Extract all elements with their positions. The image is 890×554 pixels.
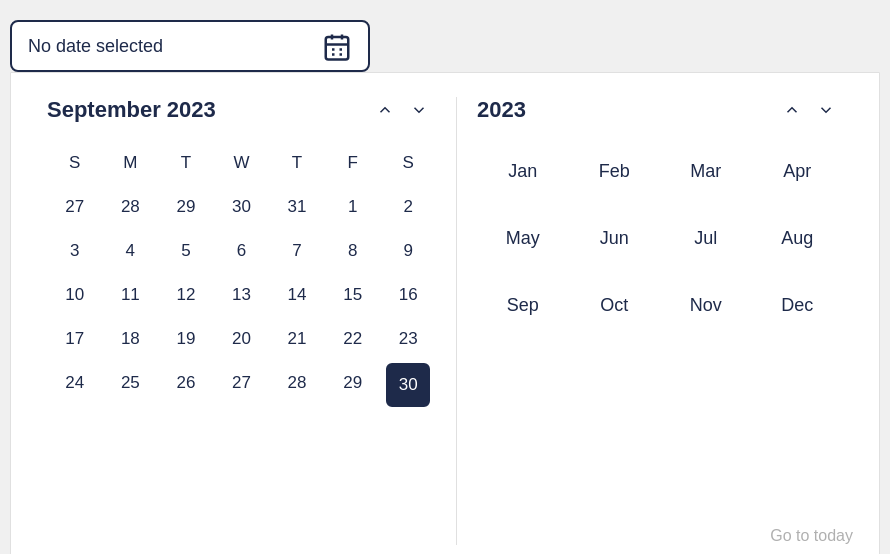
day-cell[interactable]: 22: [325, 319, 381, 359]
day-header-tue: T: [158, 147, 214, 179]
day-cell[interactable]: 7: [269, 231, 325, 271]
day-cell[interactable]: 13: [214, 275, 270, 315]
year-next-btn[interactable]: [809, 97, 843, 123]
month-cell-apr[interactable]: Apr: [752, 153, 844, 190]
day-headers: S M T W T F S: [47, 147, 436, 179]
year-header: 2023: [477, 97, 843, 123]
year-month-section: 2023 JanFebMarAprMayJunJulAugSepOctNovDe…: [457, 97, 863, 545]
day-cell[interactable]: 23: [380, 319, 436, 359]
day-cell[interactable]: 17: [47, 319, 103, 359]
month-cell-mar[interactable]: Mar: [660, 153, 752, 190]
calendar-next-btn[interactable]: [402, 97, 436, 123]
day-cell[interactable]: 20: [214, 319, 270, 359]
calendar-section: September 2023 S M T W T F S 2728293: [27, 97, 457, 545]
go-to-today-button[interactable]: Go to today: [770, 527, 853, 545]
day-header-sat: S: [380, 147, 436, 179]
svg-rect-0: [326, 37, 349, 60]
month-cell-sep[interactable]: Sep: [477, 287, 569, 324]
day-cell[interactable]: 14: [269, 275, 325, 315]
day-cell[interactable]: 8: [325, 231, 381, 271]
day-cell[interactable]: 3: [47, 231, 103, 271]
calendar-title: September 2023: [47, 97, 368, 123]
calendar-header: September 2023: [47, 97, 436, 123]
day-header-fri: F: [325, 147, 381, 179]
day-cell[interactable]: 29: [325, 363, 381, 407]
day-cell[interactable]: 10: [47, 275, 103, 315]
picker-panel: September 2023 S M T W T F S 2728293: [10, 72, 880, 554]
date-input-placeholder: No date selected: [28, 36, 322, 57]
day-cell[interactable]: 28: [103, 187, 159, 227]
date-input-wrapper[interactable]: No date selected: [10, 20, 370, 72]
calendar-prev-btn[interactable]: [368, 97, 402, 123]
year-title: 2023: [477, 97, 775, 123]
month-cell-jan[interactable]: Jan: [477, 153, 569, 190]
month-cell-oct[interactable]: Oct: [569, 287, 661, 324]
day-cell[interactable]: 30: [214, 187, 270, 227]
month-cell-dec[interactable]: Dec: [752, 287, 844, 324]
day-cell[interactable]: 24: [47, 363, 103, 407]
day-cell[interactable]: 27: [47, 187, 103, 227]
day-cell[interactable]: 5: [158, 231, 214, 271]
month-cell-jun[interactable]: Jun: [569, 220, 661, 257]
day-cell[interactable]: 28: [269, 363, 325, 407]
day-cell[interactable]: 21: [269, 319, 325, 359]
day-cell[interactable]: 26: [158, 363, 214, 407]
day-cell[interactable]: 18: [103, 319, 159, 359]
day-cell[interactable]: 12: [158, 275, 214, 315]
calendar-icon[interactable]: [322, 32, 352, 60]
month-cell-jul[interactable]: Jul: [660, 220, 752, 257]
day-header-thu: T: [269, 147, 325, 179]
day-cell[interactable]: 2: [380, 187, 436, 227]
day-cell[interactable]: 31: [269, 187, 325, 227]
day-cell[interactable]: 4: [103, 231, 159, 271]
date-picker-container: No date selected September 2023: [10, 20, 880, 554]
day-cell[interactable]: 16: [380, 275, 436, 315]
day-cell[interactable]: 25: [103, 363, 159, 407]
day-header-mon: M: [103, 147, 159, 179]
day-cell[interactable]: 30: [386, 363, 430, 407]
month-cell-feb[interactable]: Feb: [569, 153, 661, 190]
days-grid: 2728293031123456789101112131415161718192…: [47, 187, 436, 407]
day-cell[interactable]: 6: [214, 231, 270, 271]
day-cell[interactable]: 29: [158, 187, 214, 227]
day-cell[interactable]: 27: [214, 363, 270, 407]
day-cell[interactable]: 9: [380, 231, 436, 271]
day-cell[interactable]: 11: [103, 275, 159, 315]
day-cell[interactable]: 15: [325, 275, 381, 315]
year-prev-btn[interactable]: [775, 97, 809, 123]
month-cell-nov[interactable]: Nov: [660, 287, 752, 324]
day-header-wed: W: [214, 147, 270, 179]
day-cell[interactable]: 1: [325, 187, 381, 227]
month-cell-may[interactable]: May: [477, 220, 569, 257]
months-grid: JanFebMarAprMayJunJulAugSepOctNovDec: [477, 153, 843, 324]
day-cell[interactable]: 19: [158, 319, 214, 359]
day-header-sun: S: [47, 147, 103, 179]
month-cell-aug[interactable]: Aug: [752, 220, 844, 257]
